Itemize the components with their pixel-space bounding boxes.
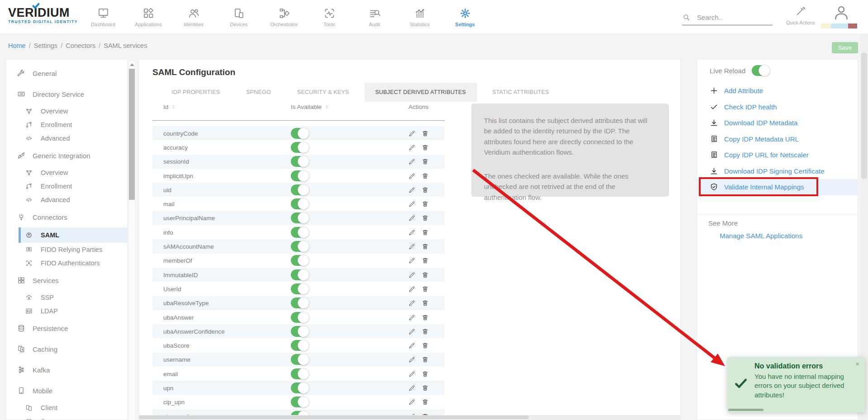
is-available-toggle[interactable] xyxy=(291,128,309,139)
edit-pencil-icon[interactable] xyxy=(408,328,416,335)
action-link-download-idp-signing-certificate[interactable]: Download IDP Signing Certificate xyxy=(697,163,859,179)
is-available-toggle[interactable] xyxy=(291,142,309,153)
delete-trash-icon[interactable] xyxy=(422,130,429,137)
sidebar-item-persistence[interactable]: Persistence xyxy=(6,318,127,339)
tab-idp-properties[interactable]: IDP PROPERTIES xyxy=(161,83,231,102)
tab-security-keys[interactable]: SECURITY & KEYS xyxy=(286,83,360,102)
sidebar-item-fido-authenticators[interactable]: FIDO Authenticators xyxy=(6,256,127,270)
delete-trash-icon[interactable] xyxy=(422,172,429,179)
action-link-copy-idp-metadata-url[interactable]: Copy IDP Metadata URL xyxy=(697,131,859,147)
sidebar-scrollbar[interactable] xyxy=(129,61,135,420)
tab-spnego[interactable]: SPNEGO xyxy=(235,83,282,102)
sidebar-item-ssp[interactable]: SSP xyxy=(6,291,127,304)
is-available-toggle[interactable] xyxy=(291,212,309,223)
sidebar-item-saml[interactable]: SAML xyxy=(19,227,127,243)
column-header-id[interactable]: Id xyxy=(163,104,176,110)
delete-trash-icon[interactable] xyxy=(422,144,429,151)
delete-trash-icon[interactable] xyxy=(422,257,429,264)
breadcrumb-item-settings[interactable]: Settings xyxy=(34,42,57,49)
is-available-toggle[interactable] xyxy=(291,241,309,252)
tab-static-attributes[interactable]: STATIC ATTRIBUTES xyxy=(481,83,560,102)
sidebar-item-directory-service[interactable]: AD Directory Service xyxy=(6,84,127,104)
sidebar-item-caching[interactable]: Caching xyxy=(6,339,127,359)
action-link-add-attribute[interactable]: Add Attribute xyxy=(697,83,859,99)
delete-trash-icon[interactable] xyxy=(422,271,429,278)
manage-saml-applications-link[interactable]: Manage SAML Applications xyxy=(720,232,802,240)
nav-item-audit[interactable]: Audit xyxy=(352,0,397,34)
delete-trash-icon[interactable] xyxy=(422,200,429,208)
sidebar-item-advanced[interactable]: Advanced xyxy=(6,193,127,207)
delete-trash-icon[interactable] xyxy=(422,314,429,321)
is-available-toggle[interactable] xyxy=(291,326,309,337)
delete-trash-icon[interactable] xyxy=(422,229,429,236)
is-available-toggle[interactable] xyxy=(291,255,309,266)
edit-pencil-icon[interactable] xyxy=(408,200,416,208)
sidebar-item-services[interactable]: Services xyxy=(6,270,127,291)
edit-pencil-icon[interactable] xyxy=(408,370,416,378)
search-input[interactable] xyxy=(697,14,765,21)
delete-trash-icon[interactable] xyxy=(422,285,429,293)
is-available-toggle[interactable] xyxy=(291,340,309,351)
is-available-toggle[interactable] xyxy=(291,396,309,407)
edit-pencil-icon[interactable] xyxy=(408,356,416,363)
action-link-check-idp-health[interactable]: Check IDP health xyxy=(697,99,859,115)
tab-subject-derived-attributes[interactable]: SUBJECT DERIVED ATTRIBUTES xyxy=(365,83,477,102)
sidebar-item-generic-integration[interactable]: Generic Integration xyxy=(6,145,127,166)
edit-pencil-icon[interactable] xyxy=(408,144,416,151)
delete-trash-icon[interactable] xyxy=(422,398,429,406)
save-button[interactable]: Save xyxy=(832,42,858,53)
global-search[interactable] xyxy=(682,10,773,25)
user-avatar[interactable] xyxy=(832,4,850,22)
horizontal-scrollbar-thumb[interactable] xyxy=(139,415,529,419)
edit-pencil-icon[interactable] xyxy=(408,257,416,264)
delete-trash-icon[interactable] xyxy=(422,328,429,335)
nav-item-applications[interactable]: Applications xyxy=(126,0,171,34)
is-available-toggle[interactable] xyxy=(291,297,309,308)
nav-item-dashboard[interactable]: Dashboard xyxy=(81,0,126,34)
nav-item-devices[interactable]: Devices xyxy=(216,0,261,34)
is-available-toggle[interactable] xyxy=(291,198,309,209)
is-available-toggle[interactable] xyxy=(291,184,309,195)
nav-item-identities[interactable]: Identities xyxy=(171,0,216,34)
delete-trash-icon[interactable] xyxy=(422,243,429,250)
edit-pencil-icon[interactable] xyxy=(408,172,416,179)
toast-close-icon[interactable]: × xyxy=(855,360,859,368)
breadcrumb-item-conectors[interactable]: Conectors xyxy=(66,42,95,49)
edit-pencil-icon[interactable] xyxy=(408,384,416,392)
delete-trash-icon[interactable] xyxy=(422,356,429,363)
edit-pencil-icon[interactable] xyxy=(408,130,416,137)
nav-item-tools[interactable]: Tools xyxy=(307,0,352,34)
breadcrumb-item-home[interactable]: Home xyxy=(8,42,26,49)
sidebar-item-kafka[interactable]: Kafka xyxy=(6,359,127,380)
sidebar-item-overview[interactable]: Overview xyxy=(6,104,127,118)
sidebar-item-server[interactable]: Server xyxy=(6,415,127,420)
is-available-toggle[interactable] xyxy=(291,156,309,167)
sidebar-item-ldap[interactable]: LDAP xyxy=(6,304,127,318)
edit-pencil-icon[interactable] xyxy=(408,214,416,222)
sidebar-item-connectors[interactable]: Connectors xyxy=(6,207,127,227)
scrollbar-up-arrow-icon[interactable] xyxy=(130,63,134,66)
delete-trash-icon[interactable] xyxy=(422,370,429,378)
sidebar-item-mobile[interactable]: Mobile xyxy=(6,380,127,401)
action-link-validate-internal-mappings[interactable]: Validate Internal Mappings xyxy=(697,179,859,195)
is-available-toggle[interactable] xyxy=(291,354,309,365)
horizontal-scrollbar[interactable] xyxy=(139,415,680,420)
edit-pencil-icon[interactable] xyxy=(408,229,416,236)
column-header-is-available[interactable]: Is Available xyxy=(291,104,330,110)
quick-actions-button[interactable]: Quick Actions xyxy=(783,5,818,25)
sidebar-item-fido-relying-parties[interactable]: FIDO Relying Parties xyxy=(6,243,127,256)
live-reload-toggle[interactable] xyxy=(752,65,770,76)
action-link-copy-idp-url-for-netscaler[interactable]: Copy IDP URL for Netscaler xyxy=(697,147,859,163)
sidebar-item-enrollment[interactable]: Enrollment xyxy=(6,118,127,132)
edit-pencil-icon[interactable] xyxy=(408,271,416,278)
is-available-toggle[interactable] xyxy=(291,312,309,323)
is-available-toggle[interactable] xyxy=(291,170,309,181)
page-scrollbar-thumb[interactable] xyxy=(861,52,867,179)
edit-pencil-icon[interactable] xyxy=(408,158,416,165)
sidebar-item-advanced[interactable]: Advanced xyxy=(6,132,127,145)
edit-pencil-icon[interactable] xyxy=(408,285,416,293)
edit-pencil-icon[interactable] xyxy=(408,314,416,321)
is-available-toggle[interactable] xyxy=(291,269,309,280)
delete-trash-icon[interactable] xyxy=(422,299,429,307)
delete-trash-icon[interactable] xyxy=(422,384,429,392)
